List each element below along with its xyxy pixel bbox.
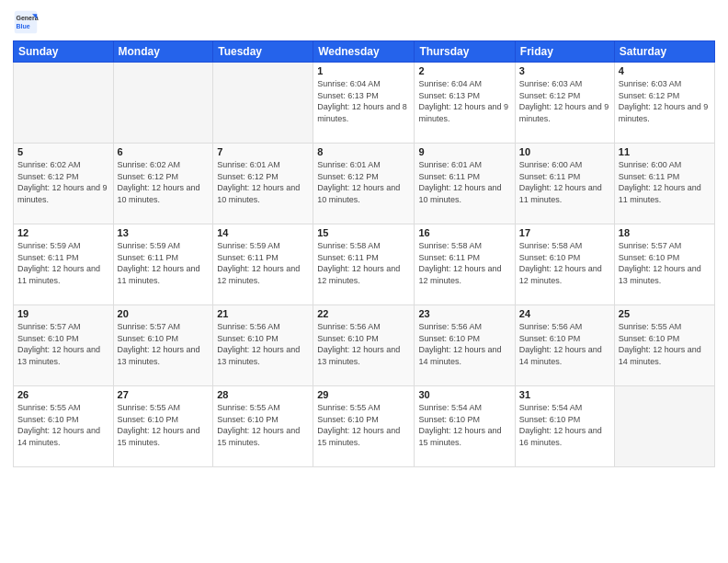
day-info: Sunrise: 6:03 AM Sunset: 6:12 PM Dayligh… [619,78,711,124]
day-info: Sunrise: 5:54 AM Sunset: 6:10 PM Dayligh… [418,402,510,448]
week-row-5: 26Sunrise: 5:55 AM Sunset: 6:10 PM Dayli… [14,386,715,467]
day-number: 26 [17,389,109,400]
day-cell: 6Sunrise: 6:02 AM Sunset: 6:12 PM Daylig… [113,144,213,224]
page: General Blue SundayMondayTuesdayWednesda… [0,0,728,563]
day-info: Sunrise: 5:56 AM Sunset: 6:10 PM Dayligh… [418,321,510,367]
day-cell: 20Sunrise: 5:57 AM Sunset: 6:10 PM Dayli… [113,305,213,386]
day-info: Sunrise: 5:54 AM Sunset: 6:10 PM Dayligh… [519,402,610,448]
day-cell: 26Sunrise: 5:55 AM Sunset: 6:10 PM Dayli… [14,386,114,467]
day-number: 31 [519,389,610,400]
col-header-friday: Friday [515,41,614,63]
day-number: 8 [317,146,410,157]
day-number: 11 [619,146,711,157]
day-number: 18 [619,227,711,238]
day-info: Sunrise: 5:59 AM Sunset: 6:11 PM Dayligh… [217,240,309,286]
day-cell: 3Sunrise: 6:03 AM Sunset: 6:12 PM Daylig… [515,63,614,144]
day-number: 5 [17,146,109,157]
svg-text:Blue: Blue [17,23,30,29]
day-info: Sunrise: 5:56 AM Sunset: 6:10 PM Dayligh… [217,321,309,367]
day-info: Sunrise: 6:02 AM Sunset: 6:12 PM Dayligh… [118,159,210,205]
day-number: 21 [217,308,309,319]
day-info: Sunrise: 6:04 AM Sunset: 6:13 PM Dayligh… [418,78,510,124]
day-number: 30 [418,389,510,400]
logo-icon: General Blue [13,9,39,35]
day-number: 6 [118,146,210,157]
col-header-saturday: Saturday [614,41,714,63]
day-cell: 28Sunrise: 5:55 AM Sunset: 6:10 PM Dayli… [213,386,313,467]
calendar-table: SundayMondayTuesdayWednesdayThursdayFrid… [13,40,715,467]
day-cell [614,386,714,467]
day-number: 12 [17,227,109,238]
day-info: Sunrise: 6:04 AM Sunset: 6:13 PM Dayligh… [317,78,410,124]
day-cell: 30Sunrise: 5:54 AM Sunset: 6:10 PM Dayli… [415,386,515,467]
day-number: 1 [317,65,410,76]
day-info: Sunrise: 5:58 AM Sunset: 6:11 PM Dayligh… [418,240,510,286]
day-cell: 14Sunrise: 5:59 AM Sunset: 6:11 PM Dayli… [213,224,313,305]
day-cell: 4Sunrise: 6:03 AM Sunset: 6:12 PM Daylig… [614,63,714,144]
day-cell: 23Sunrise: 5:56 AM Sunset: 6:10 PM Dayli… [415,305,515,386]
calendar-header-row: SundayMondayTuesdayWednesdayThursdayFrid… [14,41,715,63]
day-cell: 12Sunrise: 5:59 AM Sunset: 6:11 PM Dayli… [14,224,114,305]
col-header-tuesday: Tuesday [213,41,313,63]
week-row-4: 19Sunrise: 5:57 AM Sunset: 6:10 PM Dayli… [14,305,715,386]
day-cell: 9Sunrise: 6:01 AM Sunset: 6:11 PM Daylig… [415,144,515,224]
day-number: 10 [519,146,610,157]
day-info: Sunrise: 6:00 AM Sunset: 6:11 PM Dayligh… [519,159,610,205]
day-cell: 24Sunrise: 5:56 AM Sunset: 6:10 PM Dayli… [515,305,614,386]
week-row-3: 12Sunrise: 5:59 AM Sunset: 6:11 PM Dayli… [14,224,715,305]
day-number: 25 [619,308,711,319]
day-info: Sunrise: 6:03 AM Sunset: 6:12 PM Dayligh… [519,78,610,124]
day-info: Sunrise: 6:01 AM Sunset: 6:11 PM Dayligh… [418,159,510,205]
day-number: 24 [519,308,610,319]
day-number: 22 [317,308,410,319]
day-cell [213,63,313,144]
day-cell: 11Sunrise: 6:00 AM Sunset: 6:11 PM Dayli… [614,144,714,224]
day-info: Sunrise: 5:59 AM Sunset: 6:11 PM Dayligh… [17,240,109,286]
day-cell: 21Sunrise: 5:56 AM Sunset: 6:10 PM Dayli… [213,305,313,386]
day-number: 23 [418,308,510,319]
day-info: Sunrise: 6:01 AM Sunset: 6:12 PM Dayligh… [217,159,309,205]
day-info: Sunrise: 5:55 AM Sunset: 6:10 PM Dayligh… [317,402,410,448]
day-number: 20 [118,308,210,319]
col-header-thursday: Thursday [415,41,515,63]
day-number: 3 [519,65,610,76]
week-row-2: 5Sunrise: 6:02 AM Sunset: 6:12 PM Daylig… [14,144,715,224]
day-info: Sunrise: 5:58 AM Sunset: 6:10 PM Dayligh… [519,240,610,286]
col-header-monday: Monday [113,41,213,63]
day-info: Sunrise: 5:57 AM Sunset: 6:10 PM Dayligh… [619,240,711,286]
day-number: 13 [118,227,210,238]
day-cell [113,63,213,144]
day-info: Sunrise: 5:57 AM Sunset: 6:10 PM Dayligh… [17,321,109,367]
day-cell: 18Sunrise: 5:57 AM Sunset: 6:10 PM Dayli… [614,224,714,305]
day-number: 15 [317,227,410,238]
day-info: Sunrise: 5:56 AM Sunset: 6:10 PM Dayligh… [519,321,610,367]
day-cell: 13Sunrise: 5:59 AM Sunset: 6:11 PM Dayli… [113,224,213,305]
day-cell: 7Sunrise: 6:01 AM Sunset: 6:12 PM Daylig… [213,144,313,224]
day-info: Sunrise: 6:02 AM Sunset: 6:12 PM Dayligh… [17,159,109,205]
day-cell [14,63,114,144]
logo: General Blue [13,9,42,35]
day-cell: 16Sunrise: 5:58 AM Sunset: 6:11 PM Dayli… [415,224,515,305]
day-cell: 1Sunrise: 6:04 AM Sunset: 6:13 PM Daylig… [313,63,415,144]
day-info: Sunrise: 5:55 AM Sunset: 6:10 PM Dayligh… [217,402,309,448]
day-cell: 15Sunrise: 5:58 AM Sunset: 6:11 PM Dayli… [313,224,415,305]
day-cell: 10Sunrise: 6:00 AM Sunset: 6:11 PM Dayli… [515,144,614,224]
day-info: Sunrise: 5:58 AM Sunset: 6:11 PM Dayligh… [317,240,410,286]
day-info: Sunrise: 5:55 AM Sunset: 6:10 PM Dayligh… [118,402,210,448]
day-cell: 29Sunrise: 5:55 AM Sunset: 6:10 PM Dayli… [313,386,415,467]
day-info: Sunrise: 5:59 AM Sunset: 6:11 PM Dayligh… [118,240,210,286]
col-header-wednesday: Wednesday [313,41,415,63]
week-row-1: 1Sunrise: 6:04 AM Sunset: 6:13 PM Daylig… [14,63,715,144]
day-cell: 19Sunrise: 5:57 AM Sunset: 6:10 PM Dayli… [14,305,114,386]
day-number: 28 [217,389,309,400]
day-cell: 2Sunrise: 6:04 AM Sunset: 6:13 PM Daylig… [415,63,515,144]
day-number: 4 [619,65,711,76]
day-number: 17 [519,227,610,238]
day-number: 27 [118,389,210,400]
header: General Blue [13,9,715,35]
day-cell: 5Sunrise: 6:02 AM Sunset: 6:12 PM Daylig… [14,144,114,224]
day-cell: 22Sunrise: 5:56 AM Sunset: 6:10 PM Dayli… [313,305,415,386]
day-info: Sunrise: 6:00 AM Sunset: 6:11 PM Dayligh… [619,159,711,205]
day-number: 19 [17,308,109,319]
day-cell: 27Sunrise: 5:55 AM Sunset: 6:10 PM Dayli… [113,386,213,467]
